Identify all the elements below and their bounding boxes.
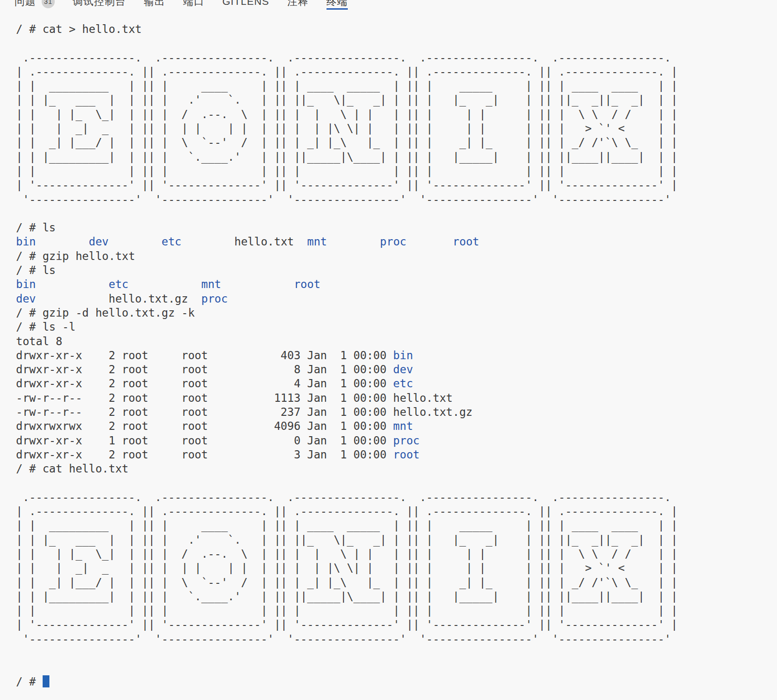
terminal-text: drwxr-xr-x 2 root root 4 Jan 1 00:00 (16, 377, 393, 390)
directory-name: root (393, 448, 420, 461)
directory-name: proc (393, 434, 420, 447)
ascii-art-line: | | _________ | || | ____ | || | ____ __… (16, 518, 777, 533)
terminal-text: drwxr-xr-x 1 root root 0 Jan 1 00:00 (16, 434, 393, 447)
terminal-text (128, 278, 201, 290)
terminal-line: dev hello.txt.gz proc (16, 292, 777, 306)
terminal-line: / # gzip hello.txt (16, 249, 777, 263)
directory-name: etc (393, 377, 413, 390)
ascii-art-line: .----------------. .----------------. .-… (16, 51, 777, 65)
terminal-line: / # cat > hello.txt (16, 22, 777, 36)
terminal-cursor (43, 675, 49, 687)
terminal-text: drwxr-xr-x 2 root root 403 Jan 1 00:00 (16, 349, 393, 362)
terminal-text: / # gzip hello.txt (16, 250, 135, 262)
tab-label: 终端 (326, 0, 348, 8)
tab-label: 调试控制台 (73, 0, 126, 8)
problems-count-badge: 31 (42, 0, 55, 8)
ascii-art-line: | | _________ | || | ____ | || | ____ __… (16, 79, 777, 93)
terminal-line: / # ls -l (16, 320, 777, 334)
terminal-line: drwxr-xr-x 2 root root 403 Jan 1 00:00 b… (16, 349, 777, 363)
directory-name: dev (16, 292, 36, 305)
terminal-line (16, 207, 777, 221)
tab-comments[interactable]: 注释 (287, 0, 309, 10)
ascii-art-line: | | | |_ \_| | || | / .--. \ | || | | \ … (16, 107, 777, 122)
terminal-line: drwxr-xr-x 2 root root 3 Jan 1 00:00 roo… (16, 448, 777, 462)
terminal-line: drwxrwxrwx 2 root root 4096 Jan 1 00:00 … (16, 419, 777, 433)
ascii-art-line: '----------------' '----------------' '-… (16, 193, 777, 207)
terminal-line: drwxr-xr-x 2 root root 8 Jan 1 00:00 dev (16, 363, 777, 377)
ascii-art-line: | | _| |___/ | | || | \ `--' / | || | _|… (16, 576, 777, 590)
ascii-art-line: | '--------------' || '--------------' |… (16, 618, 777, 632)
tab-label: GITLENS (222, 0, 269, 7)
directory-name: bin (393, 349, 413, 362)
tab-ports[interactable]: 端口 (183, 0, 204, 10)
tab-debug-console[interactable]: 调试控制台 (73, 0, 126, 10)
directory-name: etc (162, 235, 182, 248)
terminal-line: drwxr-xr-x 2 root root 4 Jan 1 00:00 etc (16, 377, 777, 391)
ascii-art-line: | | |_ ___ | | || | .' `. | || ||_ \|_ _… (16, 533, 777, 547)
ascii-art-line: | | |_________| | || | `.____.' | || ||_… (16, 590, 777, 604)
ascii-art-line: | | |_________| | || | `.____.' | || ||_… (16, 150, 777, 164)
terminal-text: / # cat hello.txt (16, 462, 128, 475)
terminal-line: total 8 (16, 335, 777, 349)
ascii-art-line: | | | _| _ | || | | | | | | || | | |\ \|… (16, 122, 777, 136)
terminal-text (182, 235, 234, 248)
terminal-line: / # ls (16, 221, 777, 235)
terminal-line (16, 660, 777, 674)
panel-tab-bar: 问题31调试控制台输出端口GITLENS注释终端 (0, 0, 777, 10)
terminal-line: / # (16, 675, 777, 689)
ascii-art-line: '----------------' '----------------' '-… (16, 632, 777, 646)
terminal-text: / # ls (16, 221, 56, 234)
panel-tab-bar-inner: 问题31调试控制台输出端口GITLENS注释终端 (0, 0, 348, 10)
tab-label: 输出 (144, 0, 165, 8)
tab-label: 注释 (287, 0, 309, 8)
ascii-art-line: | | | || | | || | | || | | || | | | (16, 164, 777, 178)
terminal-text: drwxrwxrwx 2 root root 4096 Jan 1 00:00 (16, 420, 393, 432)
ascii-art-line: | .--------------. || .--------------. |… (16, 504, 777, 518)
ascii-art-line: | | | _| _ | || | | | | | | || | | |\ \|… (16, 561, 777, 575)
tab-output[interactable]: 输出 (144, 0, 165, 10)
terminal-line: / # cat hello.txt (16, 462, 777, 476)
terminal-text: hello.txt.gz (109, 292, 201, 305)
terminal-text: total 8 (16, 335, 62, 348)
directory-name: mnt (201, 278, 221, 290)
terminal-text (36, 292, 109, 305)
tab-problems[interactable]: 问题31 (15, 0, 55, 10)
terminal-text: -rw-r--r-- 2 root root 1113 Jan 1 00:00 … (16, 392, 453, 404)
terminal-text: hello.txt (234, 235, 307, 248)
terminal-line: -rw-r--r-- 2 root root 237 Jan 1 00:00 h… (16, 405, 777, 419)
terminal-text: / # ls -l (16, 320, 76, 333)
terminal-line: -rw-r--r-- 2 root root 1113 Jan 1 00:00 … (16, 391, 777, 405)
terminal-text (221, 278, 294, 290)
terminal-text: / # gzip -d hello.txt.gz -k (16, 306, 195, 319)
terminal-line (16, 646, 777, 660)
ascii-art-line: | .--------------. || .--------------. |… (16, 65, 777, 79)
terminal-text: / # (16, 675, 43, 688)
terminal-text: / # ls (16, 264, 56, 276)
directory-name: bin (16, 235, 36, 248)
terminal-line (16, 476, 777, 490)
tab-label: 端口 (183, 0, 204, 8)
terminal-text: drwxr-xr-x 2 root root 8 Jan 1 00:00 (16, 363, 393, 376)
terminal-line (16, 36, 777, 50)
terminal-text (36, 278, 109, 290)
directory-name: dev (393, 363, 413, 376)
directory-name: proc (201, 292, 228, 305)
tab-terminal[interactable]: 终端 (326, 0, 348, 10)
ascii-art-line: .----------------. .----------------. .-… (16, 490, 777, 504)
directory-name: proc (380, 235, 406, 248)
ascii-art-line: | | _| |___/ | | || | \ `--' / | || | _|… (16, 136, 777, 150)
terminal-output[interactable]: / # cat > hello.txt .----------------. .… (0, 10, 777, 689)
terminal-line: / # gzip -d hello.txt.gz -k (16, 306, 777, 320)
terminal-text: -rw-r--r-- 2 root root 237 Jan 1 00:00 h… (16, 406, 472, 418)
directory-name: dev (89, 235, 109, 248)
directory-name: bin (16, 278, 36, 290)
directory-name: mnt (307, 235, 327, 248)
terminal-text (327, 235, 380, 248)
terminal-line: drwxr-xr-x 1 root root 0 Jan 1 00:00 pro… (16, 434, 777, 448)
terminal-text: drwxr-xr-x 2 root root 3 Jan 1 00:00 (16, 448, 393, 461)
directory-name: root (294, 278, 321, 290)
ascii-art-line: | | |_ ___ | | || | .' `. | || ||_ \|_ _… (16, 93, 777, 107)
terminal-line: / # ls (16, 263, 777, 277)
ascii-art-line: | | | |_ \_| | || | / .--. \ | || | | \ … (16, 547, 777, 561)
tab-gitlens[interactable]: GITLENS (222, 0, 269, 10)
